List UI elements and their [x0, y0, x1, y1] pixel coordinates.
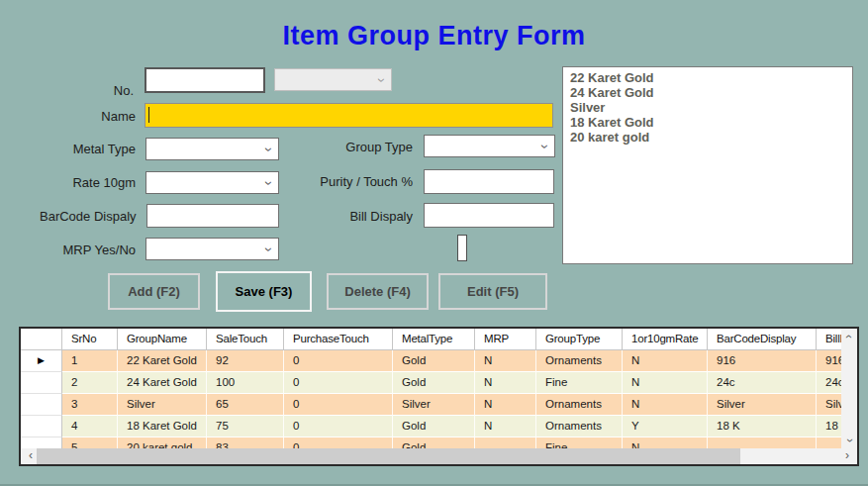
table-row[interactable]: 224 Karet Gold1000GoldNFineN24c24c [21, 372, 841, 394]
no-input[interactable] [145, 67, 265, 93]
table-cell[interactable]: N [475, 416, 536, 437]
listbox-item[interactable]: 20 karet gold [570, 130, 852, 145]
table-cell[interactable]: N [623, 350, 708, 372]
table-cell[interactable]: 24c [817, 372, 841, 394]
table-cell[interactable]: Gold [393, 372, 475, 394]
table-cell[interactable]: N [475, 394, 536, 416]
metal-type-dropdown[interactable]: › [145, 138, 279, 160]
table-cell[interactable]: 83 [207, 437, 284, 448]
scroll-up-icon[interactable]: › [841, 329, 857, 344]
purity-touch-label: Purity / Touch % [287, 174, 413, 189]
table-cell[interactable]: N [475, 350, 536, 372]
table-cell[interactable]: 24c [708, 372, 817, 394]
table-cell[interactable]: Ornaments [536, 394, 623, 416]
table-cell[interactable]: 916 [708, 350, 817, 372]
table-cell[interactable] [817, 437, 841, 448]
table-cell[interactable]: 0 [284, 394, 393, 416]
barcode-display-input[interactable] [146, 204, 279, 228]
no-dropdown[interactable]: › [274, 68, 392, 91]
table-cell[interactable]: 5 [62, 437, 118, 448]
table-cell[interactable]: Silver [817, 394, 841, 416]
table-cell[interactable]: Fine [536, 437, 623, 448]
table-cell[interactable]: Y [623, 416, 708, 437]
table-cell[interactable]: 20 karet gold [118, 437, 207, 448]
scroll-down-icon[interactable]: › [841, 433, 857, 448]
scrollbar-thumb[interactable] [37, 448, 740, 464]
table-cell[interactable]: Fine [536, 372, 623, 394]
table-cell[interactable]: 18 Karet Gold [118, 416, 207, 437]
grid-header-cell[interactable]: 1or10gmRate [623, 329, 708, 350]
grid-header-cell[interactable]: PurchaseTouch [284, 329, 393, 350]
table-cell[interactable]: 4 [62, 416, 118, 437]
table-cell[interactable]: 92 [207, 350, 284, 372]
table-cell[interactable]: 100 [207, 372, 284, 394]
no-label: No. [40, 83, 134, 98]
table-row[interactable]: 520 karet gold830GoldFineN [21, 437, 841, 448]
scroll-right-icon[interactable]: › [839, 448, 855, 464]
group-listbox[interactable]: 22 Karet Gold24 Karet GoldSilver18 Karet… [562, 66, 853, 264]
row-selector-cell[interactable] [21, 437, 62, 448]
grid-header-cell[interactable]: SaleTouch [207, 329, 284, 350]
small-textbox[interactable] [457, 235, 467, 261]
group-type-dropdown[interactable]: › [424, 135, 555, 157]
table-cell[interactable]: N [623, 394, 708, 416]
grid-header-cell[interactable]: BillDisplay [817, 329, 841, 350]
delete-button[interactable]: Delete (F4) [327, 273, 429, 310]
name-input[interactable] [145, 103, 553, 128]
table-cell[interactable]: 0 [284, 437, 393, 448]
table-cell[interactable]: Ornaments [536, 350, 623, 372]
table-cell[interactable]: 18 K [817, 416, 841, 437]
table-cell[interactable]: Gold [393, 437, 475, 448]
table-cell[interactable]: 3 [62, 394, 118, 416]
table-cell[interactable]: Silver [708, 394, 817, 416]
grid-header-cell[interactable]: BarCodeDisplay [708, 329, 817, 350]
row-selector-cell[interactable] [21, 416, 62, 437]
table-cell[interactable]: 916 [817, 350, 841, 372]
table-row[interactable]: 3Silver650SilverNOrnamentsNSilverSilver [21, 394, 841, 416]
table-cell[interactable]: 18 K [708, 416, 817, 437]
table-cell[interactable]: Gold [393, 350, 475, 372]
table-cell[interactable]: 24 Karet Gold [118, 372, 207, 394]
vertical-scrollbar[interactable]: › › [841, 329, 857, 448]
edit-button[interactable]: Edit (F5) [438, 273, 547, 310]
table-cell[interactable]: N [623, 437, 708, 448]
row-selector-cell[interactable] [21, 372, 62, 394]
save-button[interactable]: Save (F3) [216, 271, 312, 312]
table-cell[interactable]: 22 Karet Gold [118, 350, 207, 372]
bill-display-input[interactable] [424, 203, 554, 228]
listbox-item[interactable]: 22 Karet Gold [570, 70, 852, 85]
grid-header-selector[interactable] [21, 329, 62, 350]
table-cell[interactable]: 0 [284, 416, 393, 437]
table-cell[interactable]: 75 [207, 416, 284, 437]
grid-header-cell[interactable]: GroupName [118, 329, 207, 350]
table-row[interactable]: 418 Karet Gold750GoldNOrnamentsY18 K18 K [21, 416, 841, 437]
table-cell[interactable]: 1 [62, 350, 118, 372]
listbox-item[interactable]: Silver [570, 100, 852, 115]
purity-touch-input[interactable] [424, 169, 554, 194]
listbox-item[interactable]: 18 Karet Gold [570, 115, 852, 130]
horizontal-scrollbar[interactable]: ‹ › [21, 448, 857, 464]
table-row[interactable]: ▶122 Karet Gold920GoldNOrnamentsN916916 [21, 350, 841, 372]
row-pointer-icon[interactable]: ▶ [21, 350, 62, 372]
table-cell[interactable] [708, 437, 817, 448]
table-cell[interactable]: N [475, 372, 536, 394]
row-selector-cell[interactable] [21, 394, 62, 416]
table-cell[interactable]: Silver [118, 394, 207, 416]
table-cell[interactable]: 0 [284, 372, 393, 394]
grid-header-cell[interactable]: MRP [475, 329, 536, 350]
table-cell[interactable]: Silver [393, 394, 475, 416]
grid-header-cell[interactable]: SrNo [62, 329, 118, 350]
mrp-yes-no-dropdown[interactable]: › [145, 238, 279, 260]
table-cell[interactable]: Ornaments [536, 416, 623, 437]
table-cell[interactable]: 2 [62, 372, 118, 394]
table-cell[interactable]: Gold [393, 416, 475, 437]
listbox-item[interactable]: 24 Karet Gold [570, 85, 852, 100]
grid-header-cell[interactable]: GroupType [536, 329, 623, 350]
table-cell[interactable]: 65 [207, 394, 284, 416]
grid-header-cell[interactable]: MetalType [393, 329, 475, 350]
table-cell[interactable]: N [623, 372, 708, 394]
rate-10gm-dropdown[interactable]: › [145, 171, 279, 194]
table-cell[interactable]: 0 [284, 350, 393, 372]
table-cell[interactable] [475, 437, 536, 448]
add-button[interactable]: Add (F2) [108, 273, 200, 310]
